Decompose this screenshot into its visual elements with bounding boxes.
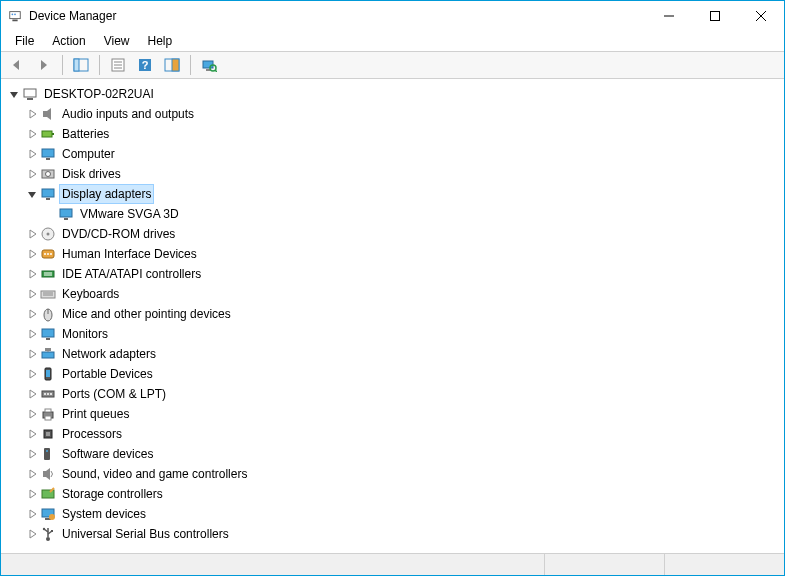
svg-rect-1 xyxy=(12,20,17,22)
chevron-right-icon[interactable] xyxy=(25,267,39,281)
tree-node[interactable]: DVD/CD-ROM drives xyxy=(7,225,177,243)
system-icon xyxy=(40,506,56,522)
titlebar: Device Manager xyxy=(1,1,784,31)
tree-node[interactable]: Ports (COM & LPT) xyxy=(7,385,168,403)
chevron-down-icon[interactable] xyxy=(25,187,39,201)
close-button[interactable] xyxy=(738,1,784,31)
svg-rect-65 xyxy=(44,448,50,460)
minimize-button[interactable] xyxy=(646,1,692,31)
chevron-right-icon[interactable] xyxy=(25,387,39,401)
chevron-right-icon[interactable] xyxy=(25,107,39,121)
tree-node[interactable]: Computer xyxy=(7,145,117,163)
chevron-right-icon[interactable] xyxy=(25,367,39,381)
chevron-right-icon[interactable] xyxy=(25,287,39,301)
menu-action[interactable]: Action xyxy=(44,32,93,50)
menu-view[interactable]: View xyxy=(96,32,138,50)
svg-rect-22 xyxy=(24,89,36,97)
tree-node[interactable]: Mice and other pointing devices xyxy=(7,305,233,323)
tree-node[interactable]: System devices xyxy=(7,505,148,523)
tree-node[interactable]: Software devices xyxy=(7,445,155,463)
tree-node-label: IDE ATA/ATAPI controllers xyxy=(60,265,203,283)
tree-node[interactable]: DESKTOP-02R2UAI xyxy=(7,85,156,103)
expander-spacer xyxy=(43,207,57,221)
chevron-right-icon[interactable] xyxy=(25,447,39,461)
dvd-icon xyxy=(40,226,56,242)
back-button[interactable] xyxy=(5,54,29,76)
chevron-right-icon[interactable] xyxy=(25,487,39,501)
chevron-right-icon[interactable] xyxy=(25,467,39,481)
tree-node[interactable]: VMware SVGA 3D xyxy=(7,205,181,223)
disk-icon xyxy=(40,166,56,182)
svg-rect-77 xyxy=(51,530,53,532)
tree-node[interactable]: Portable Devices xyxy=(7,365,155,383)
mouse-icon xyxy=(40,306,56,322)
tree-node[interactable]: Human Interface Devices xyxy=(7,245,199,263)
chevron-right-icon[interactable] xyxy=(25,307,39,321)
device-tree[interactable]: DESKTOP-02R2UAIAudio inputs and outputsB… xyxy=(1,79,784,553)
tree-node[interactable]: Keyboards xyxy=(7,285,121,303)
chevron-right-icon[interactable] xyxy=(25,327,39,341)
toolbar: ? xyxy=(1,51,784,79)
tree-node[interactable]: Disk drives xyxy=(7,165,123,183)
menu-help[interactable]: Help xyxy=(140,32,181,50)
forward-button[interactable] xyxy=(32,54,56,76)
device-manager-window: Device Manager File Action View Help ? D… xyxy=(0,0,785,576)
svg-line-21 xyxy=(215,70,217,72)
svg-rect-51 xyxy=(42,352,54,358)
monitor-icon xyxy=(40,186,56,202)
chevron-right-icon[interactable] xyxy=(25,127,39,141)
svg-rect-17 xyxy=(172,59,179,71)
tree-node-label: Processors xyxy=(60,425,124,443)
tree-node-label: DESKTOP-02R2UAI xyxy=(42,85,156,103)
tree-node-label: Network adapters xyxy=(60,345,158,363)
svg-rect-67 xyxy=(43,471,46,477)
tree-node[interactable]: Monitors xyxy=(7,325,110,343)
svg-point-36 xyxy=(47,233,50,236)
tree-node-label: Software devices xyxy=(60,445,155,463)
svg-rect-23 xyxy=(27,98,33,100)
keyboard-icon xyxy=(40,286,56,302)
svg-point-39 xyxy=(47,253,49,255)
maximize-button[interactable] xyxy=(692,1,738,31)
chevron-right-icon[interactable] xyxy=(25,527,39,541)
toolbar-separator xyxy=(190,55,191,75)
window-title: Device Manager xyxy=(29,9,646,23)
svg-rect-32 xyxy=(46,198,50,200)
chevron-down-icon[interactable] xyxy=(7,87,21,101)
svg-point-40 xyxy=(50,253,52,255)
tree-node[interactable]: IDE ATA/ATAPI controllers xyxy=(7,265,203,283)
tree-node[interactable]: Display adapters xyxy=(7,185,153,203)
tree-node[interactable]: Processors xyxy=(7,425,124,443)
show-hide-tree-button[interactable] xyxy=(69,54,93,76)
chevron-right-icon[interactable] xyxy=(25,407,39,421)
tree-node-label: VMware SVGA 3D xyxy=(78,205,181,223)
tree-node[interactable]: Storage controllers xyxy=(7,485,165,503)
tree-node[interactable]: Audio inputs and outputs xyxy=(7,105,196,123)
network-icon xyxy=(40,346,56,362)
svg-rect-62 xyxy=(45,416,51,420)
svg-rect-34 xyxy=(64,218,68,220)
chevron-right-icon[interactable] xyxy=(25,167,39,181)
svg-rect-33 xyxy=(60,209,72,217)
scan-hardware-button[interactable] xyxy=(197,54,221,76)
tree-node[interactable]: Batteries xyxy=(7,125,111,143)
monitor-icon xyxy=(40,326,56,342)
properties-button[interactable] xyxy=(106,54,130,76)
help-button[interactable]: ? xyxy=(133,54,157,76)
chevron-right-icon[interactable] xyxy=(25,147,39,161)
chevron-right-icon[interactable] xyxy=(25,347,39,361)
tree-node[interactable]: Print queues xyxy=(7,405,131,423)
tree-node[interactable]: Network adapters xyxy=(7,345,158,363)
svg-point-58 xyxy=(47,393,49,395)
menu-file[interactable]: File xyxy=(7,32,42,50)
tree-node[interactable]: Sound, video and game controllers xyxy=(7,465,249,483)
svg-rect-41 xyxy=(42,271,54,277)
tree-node[interactable]: Universal Serial Bus controllers xyxy=(7,525,231,543)
chevron-right-icon[interactable] xyxy=(25,247,39,261)
action-center-button[interactable] xyxy=(160,54,184,76)
chevron-right-icon[interactable] xyxy=(25,427,39,441)
chevron-right-icon[interactable] xyxy=(25,507,39,521)
app-icon xyxy=(7,8,23,24)
chevron-right-icon[interactable] xyxy=(25,227,39,241)
tree-node-label: DVD/CD-ROM drives xyxy=(60,225,177,243)
